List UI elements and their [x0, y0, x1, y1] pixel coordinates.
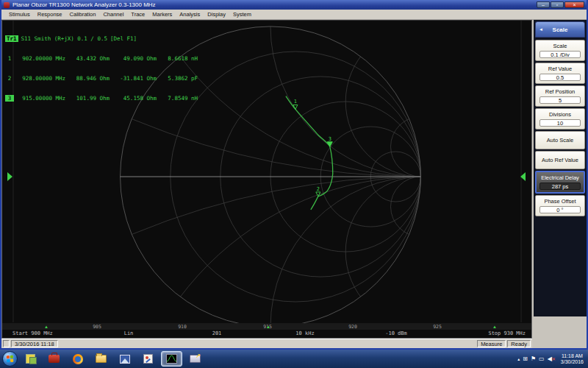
maximize-button[interactable]: ▫ [551, 1, 564, 8]
app-icon [4, 2, 10, 8]
marker-2-reactance: -31.841 Ohm [110, 75, 157, 82]
marker-1-reactance: 49.090 Ohm [110, 55, 157, 62]
photo-viewer-icon [120, 355, 130, 364]
softkey-divisions[interactable]: Divisions 10 [535, 108, 585, 130]
stimulus-bar: Start 900 MHz Lin 201 10 kHz -10 dBm Sto… [2, 330, 531, 338]
taskbar-remote-desktop[interactable] [184, 351, 206, 367]
screen: Planar Obzor TR1300 Network Analyzer 0.3… [0, 0, 588, 368]
marker-readout: Tr1 S11 Smith (R+jX) 0.1 / 0.5 [Del F1] … [5, 22, 198, 115]
softkey-ref-position[interactable]: Ref Position 5 [535, 85, 585, 107]
stimulus-ifbw[interactable]: 10 kHz [295, 330, 314, 336]
marker-2-resistance: 88.946 Ohm [65, 75, 110, 82]
softkey-scale-label: Scale [538, 43, 582, 49]
ruler-marker-3-icon[interactable]: ▲ [266, 325, 270, 329]
marker-3-freq: 915.00000 MHz [14, 95, 65, 102]
svg-text:2: 2 [317, 186, 320, 192]
stimulus-stop[interactable]: Stop 930 MHz [488, 330, 526, 336]
network-tray-icon[interactable]: ⊞ [523, 355, 528, 363]
softkey-ref-value-value: 0.5 [539, 74, 581, 81]
taskbar-file-explorer[interactable] [90, 351, 112, 367]
softkey-electrical-delay[interactable]: Electrical Delay 287 ps [535, 171, 585, 194]
marker-3-number: 3 [5, 95, 14, 102]
marker-row-2: 2 928.00000 MHz 88.946 Ohm -31.841 Ohm 5… [5, 75, 198, 82]
analyzer-window: Planar Obzor TR1300 Network Analyzer 0.3… [0, 0, 588, 350]
softkey-ref-value[interactable]: Ref Value 0.5 [535, 63, 585, 84]
menu-system[interactable]: System [229, 10, 255, 18]
stimulus-power[interactable]: -10 dBm [385, 330, 407, 336]
softkey-phase-offset-label: Phase Offset [538, 198, 582, 205]
statusbar-grip [3, 340, 10, 347]
menu-trace[interactable]: Trace [127, 10, 148, 18]
svg-text:3: 3 [329, 136, 331, 142]
menu-markers[interactable]: Markers [148, 10, 176, 18]
stimulus-sweep-type[interactable]: Lin [124, 330, 134, 336]
marker-row-3-active: 3 915.00000 MHz 101.99 Ohm 45.158 Ohm 7.… [5, 95, 198, 102]
ruler-marker-2-icon[interactable]: ▲ [492, 325, 497, 329]
marker-row-1: 1 902.00000 MHz 43.432 Ohm 49.090 Ohm 8.… [5, 55, 198, 62]
menu-calibration[interactable]: Calibration [66, 10, 100, 18]
taskbar-toolbox[interactable] [43, 351, 65, 367]
marker-3-equiv: 7.8549 nH [157, 95, 198, 102]
ref-position-left-icon[interactable] [7, 172, 12, 181]
ruler-tick-920: 920 [348, 324, 357, 330]
menu-display[interactable]: Display [204, 10, 229, 18]
display-tray-icon[interactable]: ▭ [539, 355, 545, 363]
marker-1-resistance: 43.432 Ohm [65, 55, 110, 62]
taskbar-sticky-notes[interactable] [20, 351, 41, 367]
softkey-auto-scale-label: Auto Scale [538, 137, 582, 144]
trace-extra-text: [Del F1] [110, 35, 137, 42]
hidden-icons-arrow[interactable]: ▴ [517, 355, 520, 363]
paint-icon [143, 354, 153, 364]
svg-text:1: 1 [294, 99, 297, 105]
toolbox-icon [49, 355, 60, 363]
trace-format-text: S11 Smith (R+jX) 0.1 / 0.5 [21, 35, 107, 42]
trace-badge[interactable]: Tr1 [5, 35, 18, 42]
ruler-marker-1-icon[interactable]: ▲ [44, 325, 49, 329]
menu-stimulus[interactable]: Stimulus [5, 10, 34, 18]
marker-1-freq: 902.00000 MHz [14, 55, 65, 62]
softkey-phase-offset-value: 0 ° [539, 206, 581, 213]
stimulus-start[interactable]: Start 900 MHz [12, 330, 53, 336]
menu-response[interactable]: Response [34, 10, 66, 18]
softkey-auto-ref-value-label: Auto Ref Value [538, 157, 582, 163]
taskbar-clock[interactable]: 11:18 AM 3/30/2016 [559, 353, 584, 365]
softkey-auto-scale[interactable]: Auto Scale [535, 131, 585, 149]
taskbar-paint[interactable] [137, 351, 159, 367]
softkey-sidebar: ◄ Scale Scale 0.1 /Div Ref Value 0.5 Ref… [532, 20, 587, 348]
taskbar-firefox[interactable] [67, 351, 88, 367]
statusbar-datetime: 3/30/2016 11:18 [11, 340, 58, 347]
ruler-tick-925: 925 [433, 324, 442, 330]
remote-desktop-icon [190, 355, 201, 363]
volume-muted-icon[interactable]: ◀✕ [548, 355, 556, 363]
ruler-tick-910: 910 [178, 324, 187, 330]
menu-channel[interactable]: Channel [99, 10, 127, 18]
softkey-phase-offset[interactable]: Phase Offset 0 ° [535, 195, 585, 216]
taskbar-photo-viewer[interactable] [114, 351, 135, 367]
close-button[interactable]: × [564, 1, 584, 8]
softkey-header[interactable]: ◄ Scale [535, 21, 585, 38]
stimulus-points[interactable]: 201 [212, 330, 222, 336]
marker-2-freq: 928.00000 MHz [14, 75, 65, 82]
taskbar-network-analyzer-active[interactable] [161, 351, 182, 367]
marker-3-reactance: 45.158 Ohm [110, 95, 157, 102]
marker-3-resistance: 101.99 Ohm [65, 95, 110, 102]
softkey-scale[interactable]: Scale 0.1 /Div [535, 40, 585, 61]
statusbar-ready: Ready [507, 340, 531, 347]
softkey-ref-position-value: 5 [539, 96, 581, 104]
clock-date: 3/30/2016 [561, 359, 584, 365]
menu-analysis[interactable]: Analysis [176, 10, 204, 18]
start-button[interactable] [2, 351, 18, 367]
softkey-divisions-label: Divisions [538, 111, 582, 118]
minimize-button[interactable]: – [537, 1, 550, 8]
taskbar: ▴ ⊞ ⚑ ▭ ◀✕ 11:18 AM 3/30/2016 [0, 350, 588, 368]
softkey-auto-ref-value[interactable]: Auto Ref Value [535, 151, 585, 169]
statusbar-measure: Measure [477, 340, 506, 347]
folder-icon [96, 355, 107, 363]
window-title: Planar Obzor TR1300 Network Analyzer 0.3… [12, 1, 156, 8]
back-arrow-icon: ◄ [539, 27, 543, 32]
sticky-notes-icon [26, 354, 35, 364]
titlebar[interactable]: Planar Obzor TR1300 Network Analyzer 0.3… [1, 0, 587, 10]
softkey-divisions-value: 10 [539, 119, 581, 127]
flag-tray-icon[interactable]: ⚑ [531, 355, 536, 363]
ruler-tick-905: 905 [93, 324, 101, 330]
